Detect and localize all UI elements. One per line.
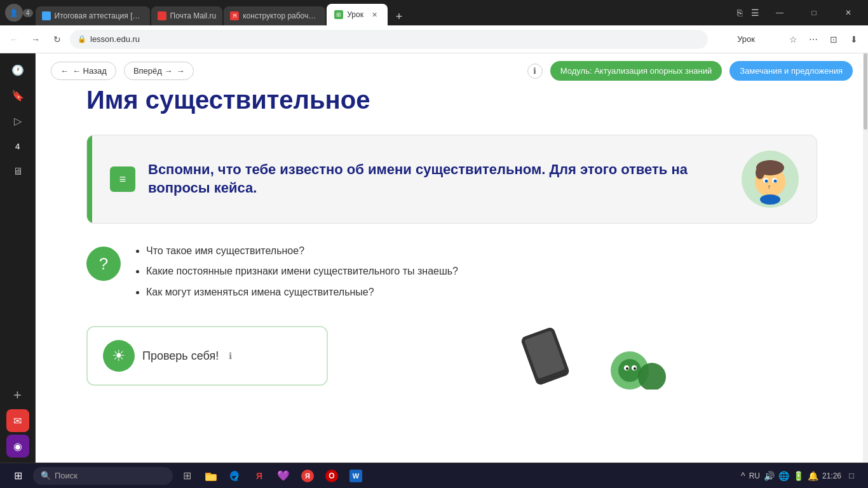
lesson-toolbar: ← ← Назад Вперёд → → ℹ Модуль: Актуализа… — [36, 53, 868, 86]
check-sun-icon: ☀ — [103, 340, 135, 372]
tab1-favicon — [42, 11, 51, 20]
lang-indicator[interactable]: RU — [749, 471, 760, 480]
tab-2[interactable]: Почта Mail.ru — [151, 6, 223, 25]
tab4-favicon: ⊞ — [334, 10, 343, 19]
download-icon[interactable]: ⬇ — [845, 30, 863, 48]
time-display: 21:26 — [822, 471, 841, 480]
edge-svg — [229, 470, 241, 482]
back-button[interactable]: ← — [5, 30, 23, 48]
check-label[interactable]: Проверь себя! — [142, 349, 219, 363]
browser-sidebar: 🕐 🔖 ▷ 4 🖥 + ✉ ◉ ··· — [0, 53, 36, 488]
info-block-accent-bar — [87, 135, 92, 223]
tab2-label: Почта Mail.ru — [170, 11, 217, 20]
favorites-sidebar-icon[interactable]: 🔖 — [6, 84, 29, 107]
sun-symbol: ☀ — [112, 347, 126, 365]
browser-body: 🕐 🔖 ▷ 4 🖥 + ✉ ◉ ··· ← ← Назад Вперёд → →… — [0, 53, 868, 488]
explorer-svg — [205, 470, 217, 482]
mail-tool-button[interactable]: ✉ — [6, 409, 29, 432]
media-icon[interactable]: ▷ — [6, 109, 29, 132]
tab-4-active[interactable]: ⊞ Урок ✕ — [327, 4, 388, 25]
tab-1[interactable]: Итоговая аттестация [от... — [36, 6, 150, 25]
yandex-app-button[interactable]: Я — [296, 464, 319, 487]
url-text: lesson.edu.ru — [90, 34, 700, 44]
start-button[interactable]: ⊞ — [5, 466, 31, 486]
forward-arrow-icon: → — [176, 66, 184, 76]
volume-icon[interactable]: 🔊 — [764, 471, 775, 481]
minimize-button[interactable]: — — [765, 0, 794, 25]
comments-label: Замечания и предложения — [740, 66, 843, 76]
maximize-button[interactable]: □ — [799, 0, 829, 25]
svg-point-5 — [765, 180, 768, 183]
info-block-content: ≡ Вспомни, что тебе известно об имени су… — [92, 135, 817, 223]
profile-button[interactable]: 👤 — [5, 4, 23, 22]
collections-icon[interactable]: ⎘ — [735, 8, 745, 18]
word-button[interactable]: W — [344, 464, 367, 487]
module-button[interactable]: Модуль: Актуализация опорных знаний — [550, 61, 722, 81]
new-tab-button[interactable]: + — [390, 8, 408, 25]
address-field[interactable]: 🔒 lesson.edu.ru — [70, 30, 708, 49]
svg-point-13 — [638, 363, 666, 390]
notification-tray-icon[interactable]: 🔔 — [808, 471, 818, 481]
more-menu-icon[interactable]: ⋯ — [804, 30, 822, 48]
back-label: ← Назад — [72, 66, 107, 76]
taskbar-tray: ^ RU 🔊 🌐 🔋 🔔 21:26 □ — [741, 470, 863, 482]
opera-button[interactable]: O — [320, 464, 343, 487]
viber-button[interactable]: 💜 — [272, 464, 295, 487]
lesson-title: Имя существительное — [86, 86, 817, 114]
question-item-2: Какие постоянные признаки имени существи… — [146, 264, 817, 278]
reload-button[interactable]: ↻ — [48, 30, 66, 48]
page-title-center: Урок — [712, 34, 780, 44]
edge-button[interactable] — [224, 464, 247, 487]
notification-badge-icon[interactable]: 4 — [6, 135, 29, 158]
yandex-circle-icon: Я — [301, 470, 314, 482]
forward-label: Вперёд → — [133, 66, 173, 76]
module-label: Модуль: Актуализация опорных знаний — [560, 66, 712, 76]
svg-point-16 — [626, 367, 628, 370]
check-icon-row: ☀ Проверь себя! ℹ — [103, 340, 311, 372]
title-bar: 👤 4 Итоговая аттестация [от... Почта Mai… — [0, 0, 868, 25]
tab4-close-button[interactable]: ✕ — [370, 10, 380, 20]
scroll-thumb — [864, 53, 867, 130]
battery-icon[interactable]: 🔋 — [793, 471, 804, 481]
taskbar: ⊞ 🔍 Поиск ⊞ Я 💜 Я O W — [0, 463, 868, 488]
add-tool-button[interactable]: + — [6, 384, 29, 407]
taskbar-apps: ⊞ Я 💜 Я O W — [175, 464, 367, 487]
forward-lesson-button[interactable]: Вперёд → → — [124, 62, 194, 80]
back-lesson-button[interactable]: ← ← Назад — [51, 62, 116, 80]
show-hidden-icon[interactable]: ^ — [741, 471, 745, 481]
lesson-info-icon[interactable]: ℹ — [527, 64, 543, 79]
history-icon[interactable]: 🕐 — [6, 58, 29, 81]
network-icon[interactable]: 🌐 — [778, 471, 789, 481]
svg-point-8 — [760, 194, 780, 205]
scroll-track[interactable] — [863, 53, 868, 488]
search-placeholder: Поиск — [55, 471, 78, 480]
system-time: 21:26 — [822, 471, 841, 480]
screenshot-icon[interactable]: 🖥 — [6, 160, 29, 183]
tab4-label: Урок — [347, 10, 363, 19]
tab-3[interactable]: Я конструктор рабочих пр... — [224, 6, 325, 25]
file-explorer-button[interactable] — [200, 464, 222, 487]
search-bar[interactable]: 🔍 Поиск — [33, 467, 173, 485]
svg-point-17 — [634, 367, 636, 370]
app-tool-button[interactable]: ◉ — [6, 435, 29, 458]
comments-button[interactable]: Замечания и предложения — [729, 61, 853, 81]
svg-point-6 — [774, 180, 777, 183]
question-item-3: Как могут изменяться имена существительн… — [146, 285, 817, 299]
close-button[interactable]: ✕ — [834, 0, 863, 25]
favorites-icon[interactable]: ☆ — [784, 30, 802, 48]
word-icon: W — [349, 470, 362, 482]
svg-rect-20 — [206, 475, 216, 480]
yandex-browser-button[interactable]: Я — [248, 464, 271, 487]
task-view-button[interactable]: ⊞ — [175, 464, 198, 487]
check-block: ☀ Проверь себя! ℹ — [86, 326, 817, 390]
check-right-panel — [328, 326, 817, 390]
info-block: ≡ Вспомни, что тебе известно об имени су… — [86, 135, 817, 224]
extensions-icon[interactable]: ⊡ — [825, 30, 843, 48]
device-illustration — [477, 326, 668, 390]
svg-point-12 — [618, 359, 641, 382]
action-center-icon[interactable]: □ — [845, 470, 858, 482]
menu-icon[interactable]: ☰ — [750, 8, 760, 18]
forward-button[interactable]: → — [27, 30, 44, 48]
check-info-icon: ℹ — [229, 351, 232, 361]
search-icon: 🔍 — [41, 471, 51, 480]
